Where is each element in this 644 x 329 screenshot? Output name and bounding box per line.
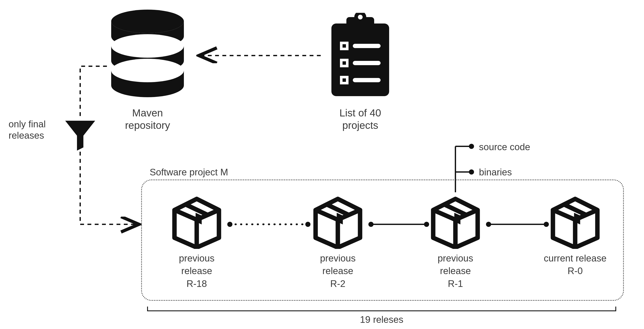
svg-point-22 [469,144,474,149]
release-r1: previous release R-1 [423,193,488,290]
svg-point-6 [358,15,362,19]
arrow-db-to-filter [80,66,107,119]
bracket-bottom [148,307,616,311]
clipboard-label: List of 40 projects [325,107,396,131]
svg-rect-10 [353,61,380,65]
funnel-icon [64,119,96,151]
arrow-filter-to-project [80,152,139,224]
filter-label: only final releases [8,119,62,141]
svg-rect-12 [353,78,380,82]
svg-point-1 [111,34,184,58]
database-icon [109,8,186,99]
svg-rect-8 [353,44,380,48]
svg-point-23 [469,169,474,175]
bracket-label: 19 releses [141,314,622,325]
release-r18: previous release R-18 [165,193,229,290]
database-label: Maven repository [105,107,190,131]
svg-rect-15 [342,78,346,82]
svg-rect-13 [342,44,346,48]
contents-source-code: source code [479,141,564,153]
clipboard-icon [327,13,394,99]
release-r2: previous release R-2 [306,193,370,290]
svg-rect-14 [342,61,346,65]
project-title: Software project M [150,167,261,178]
svg-point-2 [111,59,184,82]
release-r0: current release R-0 [543,193,607,277]
contents-binaries: binaries [479,167,564,178]
svg-point-0 [111,9,184,33]
